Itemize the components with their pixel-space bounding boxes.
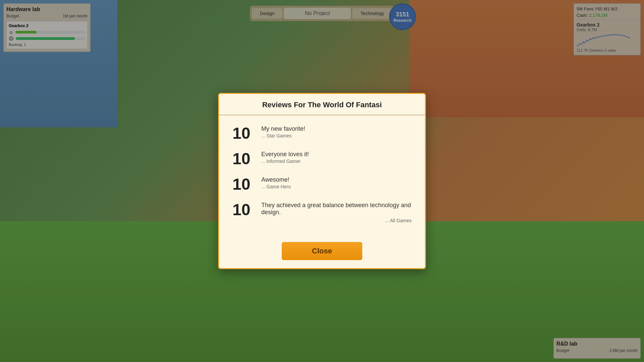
review-content-3: Awesome! ... Game Hero [261, 176, 412, 189]
review-score-1: 10 [232, 125, 256, 141]
review-item-3: 10 Awesome! ... Game Hero [232, 176, 412, 192]
review-source-1: ... Star Games [261, 133, 412, 138]
review-item-4: 10 They achieved a great balance between… [232, 202, 412, 218]
review-content-2: Everyone loves it! ... Informed Gamer [261, 151, 412, 164]
review-source-3: ... Game Hero [261, 184, 412, 189]
reviews-modal: Reviews For The World Of Fantasi 10 My n… [218, 93, 426, 269]
review-source-2: ... Informed Gamer [261, 159, 412, 164]
modal-title: Reviews For The World Of Fantasi [227, 101, 417, 109]
review-text-4: They achieved a great balance between te… [261, 202, 412, 216]
review-score-3: 10 [232, 176, 256, 192]
modal-overlay: Reviews For The World Of Fantasi 10 My n… [0, 0, 644, 362]
review-content-1: My new favorite! ... Star Games [261, 125, 412, 138]
modal-body: 10 My new favorite! ... Star Games 10 Ev… [219, 115, 425, 237]
review-item-1: 10 My new favorite! ... Star Games [232, 125, 412, 141]
review-source-4: ... All Games [232, 218, 412, 223]
modal-footer: Close [219, 237, 425, 268]
review-text-1: My new favorite! [261, 125, 412, 132]
close-button[interactable]: Close [282, 242, 362, 260]
review-text-2: Everyone loves it! [261, 151, 412, 158]
review-content-4: They achieved a great balance between te… [261, 202, 412, 217]
review-item-2: 10 Everyone loves it! ... Informed Gamer [232, 151, 412, 167]
review-text-3: Awesome! [261, 176, 412, 183]
review-score-4: 10 [232, 202, 256, 218]
modal-header: Reviews For The World Of Fantasi [219, 94, 425, 115]
review-score-2: 10 [232, 151, 256, 167]
